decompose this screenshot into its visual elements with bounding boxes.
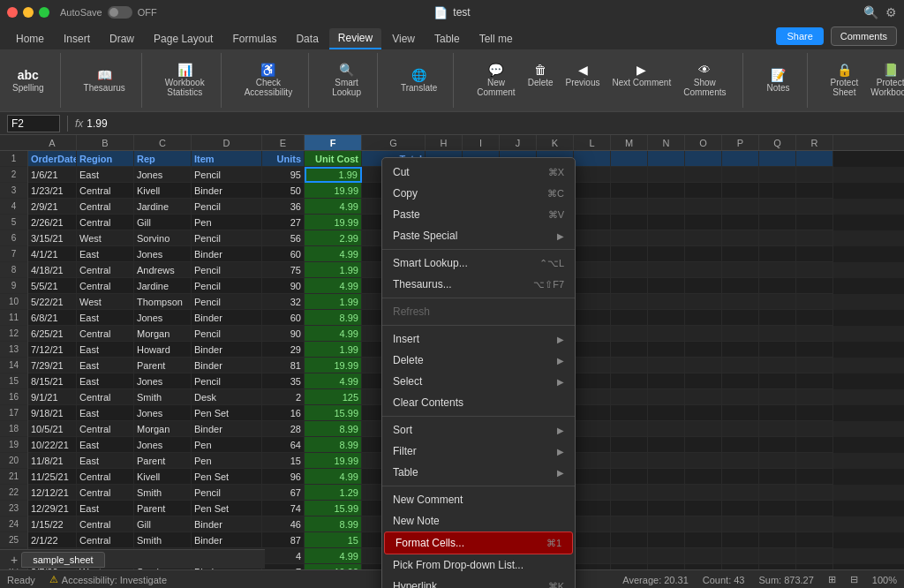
cell-23-14[interactable] <box>685 501 722 516</box>
cell-20-0[interactable]: 11/8/21 <box>28 453 77 469</box>
cell-6-16[interactable] <box>759 230 796 246</box>
cell-1-15[interactable] <box>722 151 759 167</box>
row-header-3[interactable]: 3 <box>0 183 27 199</box>
cell-15-0[interactable]: 8/15/21 <box>28 373 77 389</box>
cell-19-3[interactable]: Pen <box>192 437 262 453</box>
delete-comment-button[interactable]: 🗑 Delete <box>523 62 559 99</box>
cell-2-11[interactable] <box>574 167 611 183</box>
cell-7-2[interactable]: Jones <box>134 246 192 262</box>
cell-3-4[interactable]: 50 <box>262 183 305 199</box>
cell-12-13[interactable] <box>648 326 685 342</box>
cell-6-17[interactable] <box>796 230 833 246</box>
cell-12-4[interactable]: 90 <box>262 326 305 342</box>
cell-17-5[interactable]: 15.99 <box>305 405 362 421</box>
cell-25-14[interactable] <box>685 532 722 548</box>
cell-6-14[interactable] <box>685 230 722 246</box>
cell-6-4[interactable]: 56 <box>262 230 305 246</box>
protect-sheet-button[interactable]: 🔒 ProtectSheet <box>825 62 864 99</box>
prev-comment-button[interactable]: ◀ Previous <box>561 62 606 99</box>
cell-8-11[interactable] <box>574 262 611 278</box>
cell-12-11[interactable] <box>574 326 611 342</box>
cell-24-17[interactable] <box>796 516 833 532</box>
row-header-25[interactable]: 25 <box>0 532 27 548</box>
cell-11-0[interactable]: 6/8/21 <box>28 310 77 326</box>
tab-tell-me[interactable]: Tell me <box>471 28 522 49</box>
cell-24-0[interactable]: 1/15/22 <box>28 516 77 532</box>
row-header-17[interactable]: 17 <box>0 405 27 421</box>
cell-23-13[interactable] <box>648 501 685 516</box>
cell-15-4[interactable]: 35 <box>262 373 305 389</box>
cell-4-12[interactable] <box>611 199 648 215</box>
cell-6-3[interactable]: Pencil <box>192 230 262 246</box>
cell-21-1[interactable]: Central <box>77 469 134 485</box>
cell-4-3[interactable]: Pencil <box>192 199 262 215</box>
cell-19-16[interactable] <box>759 437 796 453</box>
cell-1-14[interactable] <box>685 151 722 167</box>
cell-17-11[interactable] <box>574 405 611 421</box>
cell-19-2[interactable]: Jones <box>134 437 192 453</box>
ctx-item-select[interactable]: Select▶ <box>382 371 575 392</box>
cell-4-15[interactable] <box>722 199 759 215</box>
cell-26-11[interactable] <box>574 548 611 564</box>
cell-20-14[interactable] <box>685 453 722 469</box>
ctx-item-paste-special[interactable]: Paste Special▶ <box>382 225 575 246</box>
cell-18-13[interactable] <box>648 421 685 437</box>
cell-9-17[interactable] <box>796 278 833 294</box>
cell-19-1[interactable]: East <box>77 437 134 453</box>
cell-10-15[interactable] <box>722 294 759 310</box>
cell-11-11[interactable] <box>574 310 611 326</box>
cell-5-0[interactable]: 2/26/21 <box>28 215 77 230</box>
cell-24-11[interactable] <box>574 516 611 532</box>
cell-5-5[interactable]: 19.99 <box>305 215 362 230</box>
cell-27-5[interactable]: 19.99 <box>305 564 362 569</box>
cell-2-13[interactable] <box>648 167 685 183</box>
cell-13-16[interactable] <box>759 342 796 358</box>
ctx-item-new-comment[interactable]: New Comment <box>382 489 575 510</box>
cell-12-3[interactable]: Pencil <box>192 326 262 342</box>
cell-6-12[interactable] <box>611 230 648 246</box>
cell-22-11[interactable] <box>574 485 611 501</box>
row-header-14[interactable]: 14 <box>0 358 27 373</box>
cell-25-1[interactable]: Central <box>77 532 134 548</box>
cell-12-16[interactable] <box>759 326 796 342</box>
cell-18-3[interactable]: Binder <box>192 421 262 437</box>
cell-3-17[interactable] <box>796 183 833 199</box>
minimize-button[interactable] <box>23 7 34 18</box>
cell-1-17[interactable] <box>796 151 833 167</box>
row-header-7[interactable]: 7 <box>0 246 27 262</box>
cell-18-11[interactable] <box>574 421 611 437</box>
cell-23-1[interactable]: East <box>77 501 134 516</box>
cell-1-12[interactable] <box>611 151 648 167</box>
cell-7-17[interactable] <box>796 246 833 262</box>
cell-21-3[interactable]: Pen Set <box>192 469 262 485</box>
row-header-16[interactable]: 16 <box>0 389 27 405</box>
cell-8-13[interactable] <box>648 262 685 278</box>
cell-2-5[interactable]: 1.99 <box>305 167 362 183</box>
cell-9-0[interactable]: 5/5/21 <box>28 278 77 294</box>
cell-25-16[interactable] <box>759 532 796 548</box>
row-header-24[interactable]: 24 <box>0 516 27 532</box>
cell-12-17[interactable] <box>796 326 833 342</box>
cell-18-12[interactable] <box>611 421 648 437</box>
cell-2-0[interactable]: 1/6/21 <box>28 167 77 183</box>
cell-20-4[interactable]: 15 <box>262 453 305 469</box>
cell-22-1[interactable]: Central <box>77 485 134 501</box>
cell-4-16[interactable] <box>759 199 796 215</box>
cell-17-4[interactable]: 16 <box>262 405 305 421</box>
cell-20-15[interactable] <box>722 453 759 469</box>
row-header-4[interactable]: 4 <box>0 199 27 215</box>
cell-20-11[interactable] <box>574 453 611 469</box>
cell-27-15[interactable] <box>722 564 759 569</box>
cell-7-1[interactable]: East <box>77 246 134 262</box>
cell-26-16[interactable] <box>759 548 796 564</box>
cell-21-13[interactable] <box>648 469 685 485</box>
cell-4-0[interactable]: 2/9/21 <box>28 199 77 215</box>
cell-12-5[interactable]: 4.99 <box>305 326 362 342</box>
ctx-item-delete[interactable]: Delete▶ <box>382 350 575 371</box>
traffic-lights[interactable] <box>7 7 49 18</box>
cell-17-12[interactable] <box>611 405 648 421</box>
cell-22-12[interactable] <box>611 485 648 501</box>
tab-draw[interactable]: Draw <box>101 28 143 49</box>
accessibility-button[interactable]: ♿ CheckAccessibility <box>239 62 298 99</box>
cell-7-3[interactable]: Binder <box>192 246 262 262</box>
